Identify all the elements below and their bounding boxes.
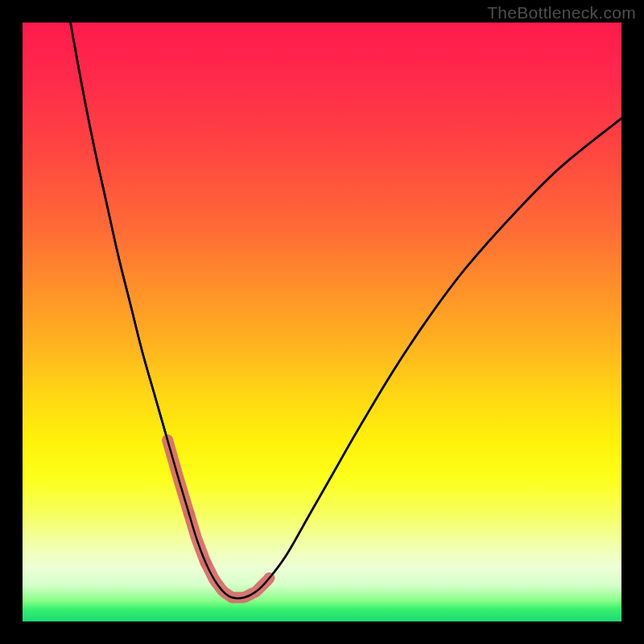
plot-area xyxy=(23,23,621,621)
curve-path xyxy=(71,23,621,598)
chart-frame: TheBottleneck.com xyxy=(0,0,644,644)
curve-path-overlay xyxy=(71,23,621,598)
bottleneck-curve xyxy=(23,23,621,621)
watermark-text: TheBottleneck.com xyxy=(487,3,636,23)
